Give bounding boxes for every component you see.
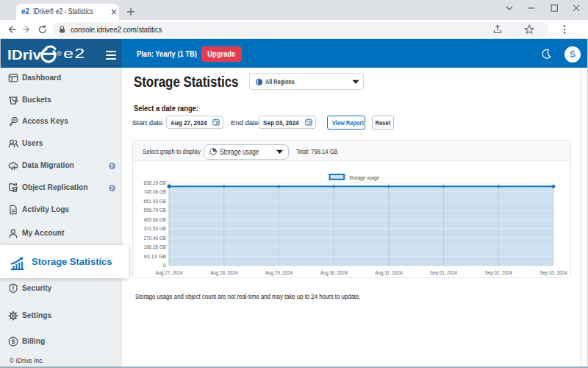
svg-text:Sep 02, 2024: Sep 02, 2024 xyxy=(485,269,512,276)
svg-text:372.53 GB: 372.53 GB xyxy=(144,225,167,232)
svg-text:Storage usage: Storage usage xyxy=(349,174,379,181)
svg-text:651.93 GB: 651.93 GB xyxy=(144,198,167,205)
svg-text:0: 0 xyxy=(163,262,166,269)
svg-text:93.13 GB: 93.13 GB xyxy=(144,253,167,260)
svg-text:Aug 29, 2024: Aug 29, 2024 xyxy=(265,269,293,276)
svg-text:Sep 03, 2024: Sep 03, 2024 xyxy=(540,269,567,276)
svg-text:Aug 30, 2024: Aug 30, 2024 xyxy=(320,269,348,276)
svg-text:558.79 GB: 558.79 GB xyxy=(144,207,167,213)
svg-text:465.66 GB: 465.66 GB xyxy=(144,216,167,223)
svg-text:838.19 GB: 838.19 GB xyxy=(144,180,167,186)
svg-text:Sep 01, 2024: Sep 01, 2024 xyxy=(430,269,457,276)
svg-text:186.26 GB: 186.26 GB xyxy=(144,244,167,250)
svg-text:R: R xyxy=(57,52,60,55)
svg-text:Aug 28, 2024: Aug 28, 2024 xyxy=(210,269,237,276)
svg-text:279.40 GB: 279.40 GB xyxy=(144,235,167,241)
svg-text:$: $ xyxy=(12,338,15,345)
svg-text:Aug 27, 2024: Aug 27, 2024 xyxy=(156,269,183,276)
svg-text:Aug 31, 2024: Aug 31, 2024 xyxy=(375,269,402,276)
svg-text:745.06 GB: 745.06 GB xyxy=(144,188,167,195)
